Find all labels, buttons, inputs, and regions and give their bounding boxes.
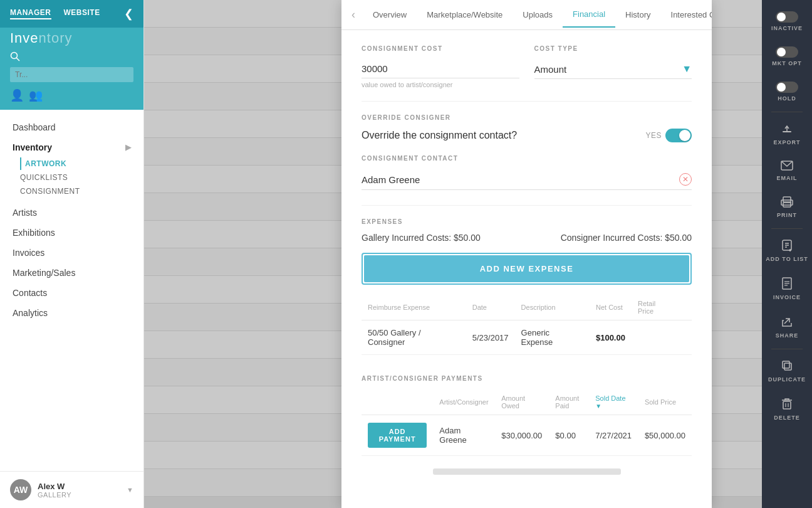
sidebar-subitem-artwork[interactable]: ARTWORK	[20, 157, 131, 170]
chevron-right-icon: ▶	[125, 143, 131, 152]
toolbar-item-inactive[interactable]: INACTIVE	[762, 5, 812, 38]
svg-line-19	[784, 319, 789, 324]
export-icon	[781, 122, 793, 137]
user-profile[interactable]: AW Alex W GALLERY ▼	[0, 471, 143, 508]
inactive-toggle[interactable]	[776, 11, 798, 23]
consignment-contact-name: Adam Greene	[362, 174, 679, 185]
sidebar-subitem-quicklists[interactable]: QUICKLISTS	[20, 171, 131, 184]
print-icon	[781, 196, 793, 209]
add-to-list-label: ADD TO LIST	[766, 256, 808, 262]
toolbar-item-export[interactable]: EXPORT	[762, 116, 812, 152]
contact-clear-button[interactable]: ✕	[679, 173, 692, 186]
expense-col-reimburse: Reimburse Expense	[362, 295, 466, 320]
svg-rect-20	[784, 363, 791, 370]
expenses-table: Reimburse Expense Date Description Net C…	[362, 295, 692, 355]
svg-line-1	[16, 58, 19, 61]
toolbar-item-hold[interactable]: HOLD	[762, 75, 812, 108]
svg-point-8	[790, 202, 791, 203]
cost-type-select[interactable]: Amount ▼	[534, 60, 692, 79]
mkt-opt-label: MKT OPT	[772, 60, 802, 66]
user-name: Alex W	[38, 482, 120, 491]
sidebar-item-inventory[interactable]: Inventory ▶	[0, 137, 143, 157]
svg-rect-22	[783, 401, 791, 409]
tab-marketplace[interactable]: Marketplace/Website	[417, 3, 513, 27]
horizontal-scrollbar[interactable]	[433, 468, 621, 475]
sidebar-icon-row	[10, 51, 133, 63]
toolbar-divider-1	[771, 112, 803, 112]
nav-back-button[interactable]: ‹	[351, 8, 355, 21]
expense-date: 5/23/2017	[466, 320, 515, 355]
payment-row: ADD PAYMENT Adam Greene $30,000.00 $0.00…	[362, 415, 692, 456]
toolbar-divider-2	[771, 228, 803, 229]
payment-col-action	[362, 389, 433, 415]
toggle-pill[interactable]	[665, 129, 692, 142]
consignment-cost-hint: value owed to artist/consigner	[362, 81, 519, 88]
svg-rect-5	[783, 197, 791, 202]
sidebar-search-section: 👤 👥	[0, 46, 143, 110]
consignment-cost-input[interactable]	[362, 60, 519, 78]
sort-icon: ▼	[595, 403, 601, 410]
payment-col-artist: Artist/Consigner	[433, 389, 495, 415]
consigner-costs: Consigner Incurred Costs: $50.00	[561, 233, 692, 243]
divider-1	[362, 101, 692, 102]
sidebar-item-marketing[interactable]: Marketing/Sales	[0, 263, 143, 283]
sidebar-item-invoices[interactable]: Invoices	[0, 243, 143, 263]
payment-col-sold-date[interactable]: Sold Date ▼	[589, 389, 638, 415]
consignment-contact-field: Adam Greene ✕	[362, 169, 692, 190]
tab-financial[interactable]: Financial	[563, 2, 615, 28]
invoice-icon	[781, 277, 793, 292]
payment-col-amount-paid: Amount Paid	[549, 389, 589, 415]
delete-label: DELETE	[774, 415, 800, 421]
hold-toggle[interactable]	[776, 82, 798, 93]
sidebar-tab-website[interactable]: WEBSITE	[64, 8, 100, 19]
toolbar-item-print[interactable]: PRINT	[762, 190, 812, 225]
add-expense-button[interactable]: ADD NEW EXPENSE	[364, 255, 689, 282]
sidebar-subitem-consignment[interactable]: CONSIGNMENT	[20, 185, 131, 198]
tab-uploads[interactable]: Uploads	[513, 3, 563, 27]
email-icon	[781, 161, 793, 172]
toolbar-divider-3	[771, 349, 803, 349]
payment-amount-owed: $30,000.00	[495, 415, 549, 456]
expense-col-retail-price: Retail Price	[632, 295, 679, 320]
override-toggle[interactable]: YES	[645, 129, 692, 142]
payment-col-amount-owed: Amount Owed	[495, 389, 549, 415]
override-consigner-section-label: OVERRIDE CONSIGNER	[362, 114, 692, 121]
toolbar-item-invoice[interactable]: INVOICE	[762, 271, 812, 307]
cost-type-label: COST TYPE	[534, 45, 692, 52]
toolbar-item-add-to-list[interactable]: ADD TO LIST	[762, 233, 812, 268]
financial-modal: ‹ Overview Marketplace/Website Uploads F…	[341, 0, 712, 508]
expense-description: Generic Expense	[515, 320, 590, 355]
modal-body: CONSIGNMENT COST value owed to artist/co…	[341, 30, 712, 508]
user-info: Alex W GALLERY	[38, 482, 120, 499]
main-area: ‹ Overview Marketplace/Website Uploads F…	[144, 0, 762, 508]
sidebar-collapse-button[interactable]: ❮	[124, 7, 133, 21]
mkt-opt-toggle[interactable]	[776, 46, 798, 58]
sidebar-tab-manager[interactable]: MANAGER	[10, 8, 51, 19]
expenses-section-label: EXPENSES	[362, 218, 692, 225]
payment-sold-date: 7/27/2021	[589, 415, 638, 456]
dropdown-chevron-icon: ▼	[682, 63, 692, 75]
payment-artist: Adam Greene	[433, 415, 495, 456]
tab-overview[interactable]: Overview	[363, 3, 417, 27]
toolbar-item-share[interactable]: SHARE	[762, 309, 812, 345]
sidebar-item-analytics[interactable]: Analytics	[0, 303, 143, 323]
search-icon[interactable]	[10, 51, 20, 63]
tab-interested-contacts[interactable]: Interested Contacts	[661, 3, 712, 27]
sidebar-item-dashboard[interactable]: Dashboard	[0, 117, 143, 137]
toolbar-item-email[interactable]: EMAIL	[762, 154, 812, 188]
toolbar-item-mkt-opt[interactable]: MKT OPT	[762, 40, 812, 73]
expense-col-date: Date	[466, 295, 515, 320]
sidebar-item-artists[interactable]: Artists	[0, 203, 143, 223]
sidebar-item-exhibitions[interactable]: Exhibitions	[0, 223, 143, 243]
sidebar-item-contacts[interactable]: Contacts	[0, 283, 143, 303]
toolbar-item-duplicate[interactable]: DUPLICATE	[762, 353, 812, 389]
add-payment-button[interactable]: ADD PAYMENT	[368, 423, 427, 448]
user-dropdown-icon: ▼	[127, 486, 133, 494]
search-input[interactable]	[10, 67, 133, 82]
toolbar-item-delete[interactable]: DELETE	[762, 391, 812, 427]
tab-history[interactable]: History	[615, 3, 660, 27]
toggle-yes-label: YES	[645, 131, 662, 140]
share-label: SHARE	[776, 332, 799, 339]
divider-2	[362, 205, 692, 206]
gallery-costs: Gallery Incurred Costs: $50.00	[362, 233, 481, 243]
